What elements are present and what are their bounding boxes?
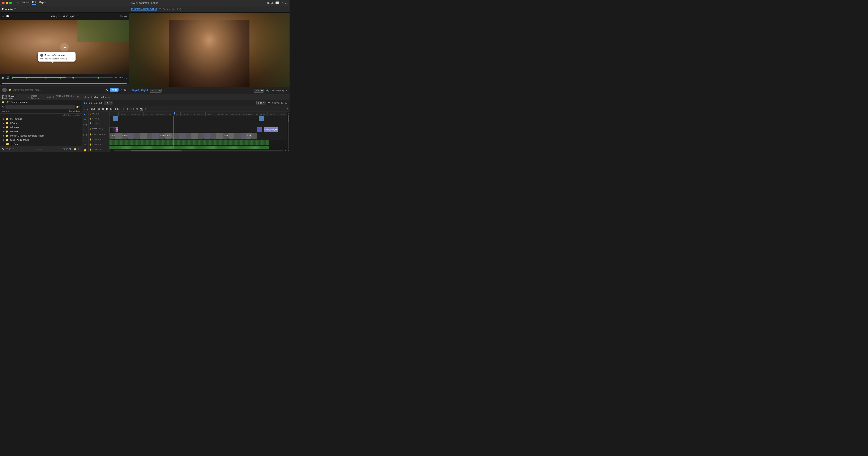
minimize-button[interactable]	[6, 2, 8, 4]
camera-btn[interactable]: 📷	[139, 107, 144, 111]
folder-motion-graphics[interactable]: ▶ 📁 Motion Graphics Template Media	[0, 134, 82, 138]
step-back-btn[interactable]: ◀◀	[90, 107, 95, 111]
menu-export[interactable]: Export	[39, 1, 46, 5]
insert-btn[interactable]: ⊞	[123, 107, 126, 111]
select-tool[interactable]: ↖	[83, 113, 88, 116]
play-stop-toggle[interactable]: ⏹	[101, 107, 105, 111]
back-icon[interactable]: ←	[2, 15, 4, 18]
media-browser-tab[interactable]: Media Browser	[31, 95, 45, 99]
annotate-icon[interactable]: ✏️	[105, 89, 108, 91]
free-form-icon[interactable]: ⊟	[12, 148, 14, 151]
v1-clip-2[interactable]	[115, 133, 122, 139]
v1-clip-9[interactable]: SHGN7_S0	[159, 133, 164, 139]
scrub-slider[interactable]: —○—	[36, 148, 42, 151]
overwrite-btn[interactable]: ⊟	[127, 107, 130, 111]
tl-full-select[interactable]: Full	[256, 101, 266, 105]
send-icon[interactable]: ✓	[120, 88, 123, 92]
v1-clip-3[interactable]: SHGN7_S	[122, 133, 127, 139]
v1-clip-23[interactable]: SHGN7_S	[246, 133, 251, 139]
folder-03-music[interactable]: ▶ 📁 03 Music	[0, 125, 82, 130]
scroll-left-btn[interactable]: ◂	[110, 149, 112, 152]
v1-clip-12[interactable]	[179, 133, 186, 139]
new-bin-icon[interactable]: 📁	[73, 148, 76, 151]
v3-lock[interactable]: 🔒	[89, 118, 92, 120]
v2-clip-right1[interactable]	[257, 127, 262, 132]
more-panels-icon[interactable]: >>	[77, 96, 80, 98]
a3-lock[interactable]: 🔒	[89, 143, 92, 146]
a3-m[interactable]: M	[95, 143, 97, 146]
markers-tab[interactable]: Markers	[47, 96, 54, 98]
volume-btn[interactable]: 🔊	[6, 76, 9, 79]
folder-04-gfx[interactable]: ▶ 📁 04 GFX	[0, 130, 82, 134]
folder-01-footage[interactable]: ▶ 📁 01 Footage	[0, 117, 82, 121]
render-btn[interactable]: ⊞	[145, 107, 148, 111]
review-button[interactable]: REVIEW	[267, 1, 277, 4]
a1-s[interactable]: S	[101, 133, 103, 136]
next-comment-icon[interactable]: ▶	[124, 88, 127, 92]
slip-tool[interactable]: ⟼	[83, 133, 88, 137]
tl-fit-select[interactable]: Fit	[104, 101, 113, 105]
mark-in-btn[interactable]: ⬦	[83, 107, 86, 111]
delete-icon[interactable]: 🗑	[78, 148, 80, 151]
add-track-btn[interactable]: +	[287, 107, 288, 110]
lift-btn[interactable]: ⊡	[131, 107, 134, 111]
timeline-collapse-icon[interactable]: ◀	[84, 96, 86, 98]
v4-eye[interactable]: 👁	[95, 113, 97, 115]
a1-lock[interactable]: 🔒	[89, 133, 92, 136]
v2-lock[interactable]: 🔒	[89, 122, 92, 124]
right-scroll-track[interactable]	[288, 115, 289, 149]
a1-track[interactable]	[110, 140, 287, 145]
a4-s[interactable]: S	[98, 148, 99, 151]
fps-col-header[interactable]: Frame Rate	[63, 110, 80, 113]
menu-import[interactable]: Import	[22, 1, 29, 5]
play-btn[interactable]: ▶	[105, 107, 109, 111]
step-forward-btn[interactable]: ▶|	[110, 107, 114, 111]
v1-clip-15[interactable]	[198, 133, 204, 139]
emoji-icon[interactable]: 🙂	[8, 89, 11, 91]
v1-clip-22[interactable]	[241, 133, 246, 139]
slide-tool[interactable]: ⟽	[83, 138, 88, 142]
folder-zz-seq[interactable]: ▼ 📁 zz Seq	[0, 142, 82, 146]
play-control-btn[interactable]: ▶	[2, 76, 5, 80]
right-scrollbar[interactable]: ▴ ▾	[287, 112, 289, 152]
v1-clip-18[interactable]	[216, 133, 223, 139]
program-tab[interactable]: Program: 1 Hilltop Coffee	[131, 7, 157, 11]
scroll-up-btn[interactable]: ▴	[287, 112, 289, 115]
frameio-menu-icon[interactable]: ☰	[14, 8, 16, 10]
window-icon-2[interactable]: ⇧	[281, 1, 283, 4]
icon-view-icon[interactable]: ⊞	[9, 148, 11, 151]
hand-tool[interactable]: ✋	[83, 148, 88, 152]
project-search-input[interactable]	[5, 105, 75, 109]
v1-clip-8[interactable]	[152, 133, 159, 139]
roll-tool[interactable]: ⟻	[83, 128, 88, 132]
scroll-thumb[interactable]	[131, 150, 181, 151]
scroll-down-btn[interactable]: ▾	[287, 149, 289, 152]
v4-clip-1[interactable]	[113, 116, 118, 121]
menu-edit[interactable]: Edit	[32, 1, 36, 5]
program-tab-menu[interactable]: ☰	[159, 8, 161, 10]
v1-clip-16[interactable]	[204, 133, 211, 139]
full-select[interactable]: Full	[254, 89, 264, 93]
v1-eye[interactable]: 👁	[99, 128, 101, 130]
v1-clip-21[interactable]	[234, 133, 241, 139]
fullscreen-icon[interactable]: ⛶	[125, 77, 127, 79]
name-col-header[interactable]: Name ▲	[2, 110, 63, 113]
window-icon-3[interactable]: ⛶	[285, 1, 287, 4]
folder-02-audio[interactable]: ▶ 📁 02 Audio	[0, 121, 82, 125]
info-icon[interactable]: ⓘ	[120, 15, 123, 18]
right-scroll-thumb[interactable]	[288, 115, 289, 122]
v1-lock[interactable]: 🔒	[89, 128, 92, 130]
v1-clip-11[interactable]	[172, 133, 179, 139]
v1-clip-1[interactable]: SHGN7_S00	[110, 133, 115, 139]
new-folder-icon[interactable]: 📁+	[76, 106, 80, 108]
a4-lock[interactable]: 🔒	[89, 148, 92, 151]
v1-track[interactable]: SHGN7_S00 SHGN7_S	[110, 132, 287, 140]
go-to-in-btn[interactable]: |◀	[96, 107, 100, 111]
search-btn[interactable]: 🔍	[69, 148, 72, 151]
extract-btn[interactable]: ⊠	[135, 107, 138, 111]
v1-clip-10[interactable]: SHGN	[164, 133, 172, 139]
v1-clip-20[interactable]	[228, 133, 234, 139]
ripple-tool[interactable]: ⟺	[83, 123, 88, 126]
close-button[interactable]	[2, 2, 5, 4]
v2-eye[interactable]: 👁	[95, 122, 97, 124]
